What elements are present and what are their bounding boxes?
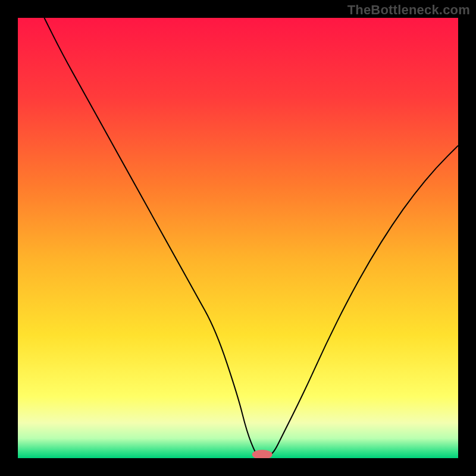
watermark-text: TheBottleneck.com	[347, 2, 470, 18]
chart-frame: TheBottleneck.com	[0, 0, 476, 476]
bottleneck-plot	[18, 18, 458, 458]
gradient-background	[18, 18, 458, 458]
